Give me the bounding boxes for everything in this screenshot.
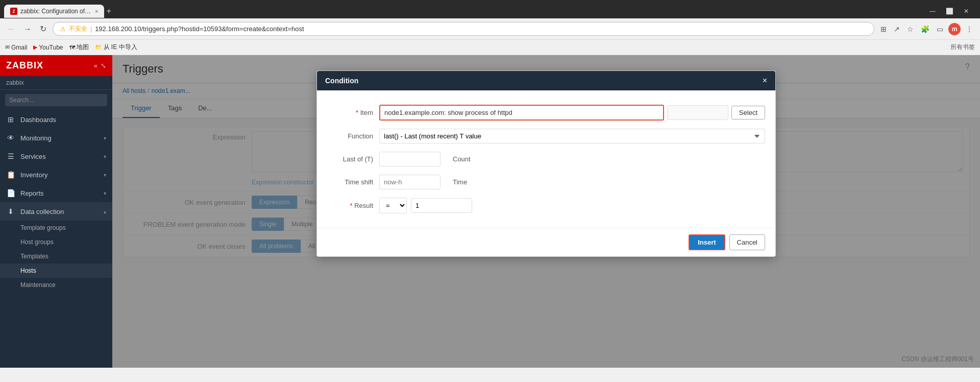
sidebar-user: zabbix (0, 76, 112, 90)
result-label: * Result (327, 202, 373, 209)
sidebar-sub-maintenance[interactable]: Maintenance (0, 278, 112, 292)
last-of-t-label: Last of (T) (327, 155, 373, 163)
sidebar-item-dashboards[interactable]: ⊞ Dashboards (0, 110, 112, 129)
chevron-down-icon: ▾ (104, 154, 106, 159)
sidebar-item-monitoring[interactable]: 👁 Monitoring ▾ (0, 129, 112, 147)
url-separator: | (90, 26, 92, 33)
last-of-t-input[interactable] (379, 152, 440, 166)
browser-chrome: Z zabbix: Configuration of trigg... × + … (0, 0, 980, 55)
time-shift-row: Time shift Time (327, 171, 765, 194)
sidebar-sub-templates[interactable]: Templates (0, 249, 112, 264)
sidebar-item-label: Data collection (20, 208, 99, 216)
condition-modal: Condition × * Item Select (316, 70, 776, 257)
modal-title: Condition (325, 77, 358, 85)
modal-body: * Item Select Function last (317, 90, 775, 228)
sidebar-item-label: Inventory (20, 171, 99, 179)
sidebar-sub-template-groups[interactable]: Template groups (0, 221, 112, 235)
sidebar-sub-hosts[interactable]: Hosts (0, 264, 112, 278)
chevron-up-icon: ▴ (104, 209, 106, 214)
bookmark-ie-import[interactable]: 📁 从 IE 中导入 (95, 43, 137, 52)
result-value-input[interactable] (411, 198, 472, 213)
dashboards-icon: ⊞ (6, 115, 15, 124)
bookmark-gmail[interactable]: ✉ Gmail (5, 44, 27, 51)
app-container: ZABBIX « ⤡ zabbix ⊞ Dashboards 👁 Monitor… (0, 55, 980, 368)
cancel-button[interactable]: Cancel (729, 234, 765, 250)
time-shift-input[interactable] (379, 175, 440, 189)
modal-header: Condition × (317, 71, 775, 90)
sidebar-item-label: Reports (20, 189, 99, 197)
kiosk-mode-button[interactable]: ⤡ (101, 62, 106, 69)
required-star: * (356, 109, 360, 116)
result-controls: = <> < <= > >= (379, 198, 472, 213)
forward-button[interactable]: → (21, 22, 34, 36)
close-button[interactable]: ✕ (961, 7, 972, 16)
browser-tab[interactable]: Z zabbix: Configuration of trigg... × (4, 5, 104, 18)
user-avatar[interactable]: m (948, 23, 961, 35)
bookmark-youtube[interactable]: ▶ YouTube (33, 44, 63, 51)
modal-close-button[interactable]: × (763, 76, 767, 85)
bookmark-map[interactable]: 🗺 地图 (69, 43, 89, 52)
monitoring-icon: 👁 (6, 134, 15, 142)
select-button[interactable]: Select (731, 106, 765, 120)
gmail-icon: ✉ (5, 44, 10, 51)
extensions-button[interactable]: 🧩 (919, 23, 932, 35)
zabbix-logo: ZABBIX (6, 60, 43, 71)
count-label: Count (453, 155, 471, 163)
modal-overlay: Condition × * Item Select (112, 55, 980, 368)
tab-bar: Z zabbix: Configuration of trigg... × + … (0, 0, 980, 18)
menu-button[interactable]: ⋮ (964, 23, 975, 35)
chevron-down-icon: ▾ (104, 135, 106, 141)
bookmark-button[interactable]: ☆ (905, 23, 916, 35)
new-tab-button[interactable]: + (106, 7, 111, 16)
data-collection-icon: ⬇ (6, 207, 15, 216)
result-operator-select[interactable]: = <> < <= > >= (379, 198, 407, 213)
function-row: Function last() - Last (most recent) T v… (327, 125, 765, 148)
sidebar-item-inventory[interactable]: 📋 Inventory ▾ (0, 165, 112, 184)
reports-icon: 📄 (6, 189, 15, 197)
map-icon: 🗺 (69, 44, 75, 51)
bookmarks-right[interactable]: 所有书签 (950, 43, 975, 52)
item-input[interactable] (379, 105, 664, 121)
function-select-wrap: last() - Last (most recent) T value (379, 129, 765, 144)
ie-icon: 📁 (95, 44, 102, 51)
nav-bar: ← → ↻ ⚠ 不安全 | 192.168.200.10/triggers.ph… (0, 18, 980, 40)
insert-button[interactable]: Insert (689, 234, 725, 250)
time-shift-label: Time shift (327, 178, 373, 186)
sidebar: ZABBIX « ⤡ zabbix ⊞ Dashboards 👁 Monitor… (0, 55, 112, 368)
result-row: * Result = <> < <= > >= (327, 194, 765, 218)
bookmarks-bar: ✉ Gmail ▶ YouTube 🗺 地图 📁 从 IE 中导入 所有书签 (0, 40, 980, 55)
sidebar-item-data-collection[interactable]: ⬇ Data collection ▴ (0, 202, 112, 221)
translate-button[interactable]: ⊞ (878, 23, 889, 35)
tab-controls: — ⬜ ✕ (926, 7, 976, 16)
minimize-button[interactable]: — (926, 7, 939, 16)
inventory-icon: 📋 (6, 171, 15, 179)
maximize-button[interactable]: ⬜ (943, 7, 957, 16)
tab-favicon: Z (10, 8, 17, 15)
tab-title: zabbix: Configuration of trigg... (20, 8, 92, 15)
share-button[interactable]: ↗ (892, 23, 902, 35)
sidebar-sub-host-groups[interactable]: Host groups (0, 235, 112, 249)
sidebar-item-label: Dashboards (20, 116, 106, 124)
main-content: Triggers ? All hosts / node1.exam... Tri… (112, 55, 980, 368)
security-label: 不安全 (69, 25, 87, 33)
sidebar-toggle[interactable]: ▭ (935, 23, 945, 35)
search-input[interactable] (5, 94, 107, 106)
time-label: Time (453, 178, 467, 186)
tab-close-button[interactable]: × (95, 8, 98, 14)
sidebar-item-reports[interactable]: 📄 Reports ▾ (0, 184, 112, 202)
chevron-down-icon: ▾ (104, 190, 106, 196)
item-input-extra[interactable] (667, 105, 728, 120)
item-label: * Item (327, 109, 373, 116)
sidebar-item-label: Monitoring (20, 134, 99, 142)
collapse-sidebar-button[interactable]: « (94, 62, 97, 69)
sidebar-search (0, 90, 112, 110)
url-text: 192.168.200.10/triggers.php?hostid=10593… (95, 25, 867, 33)
function-select[interactable]: last() - Last (most recent) T value (379, 129, 765, 144)
nav-actions: ⊞ ↗ ☆ 🧩 ▭ m ⋮ (878, 23, 975, 35)
result-required-star: * (350, 202, 354, 209)
sidebar-item-services[interactable]: ☰ Services ▾ (0, 147, 112, 165)
url-bar[interactable]: ⚠ 不安全 | 192.168.200.10/triggers.php?host… (53, 22, 874, 36)
sidebar-nav: ⊞ Dashboards 👁 Monitoring ▾ ☰ Services ▾… (0, 110, 112, 368)
back-button[interactable]: ← (5, 22, 17, 36)
refresh-button[interactable]: ↻ (38, 22, 48, 36)
